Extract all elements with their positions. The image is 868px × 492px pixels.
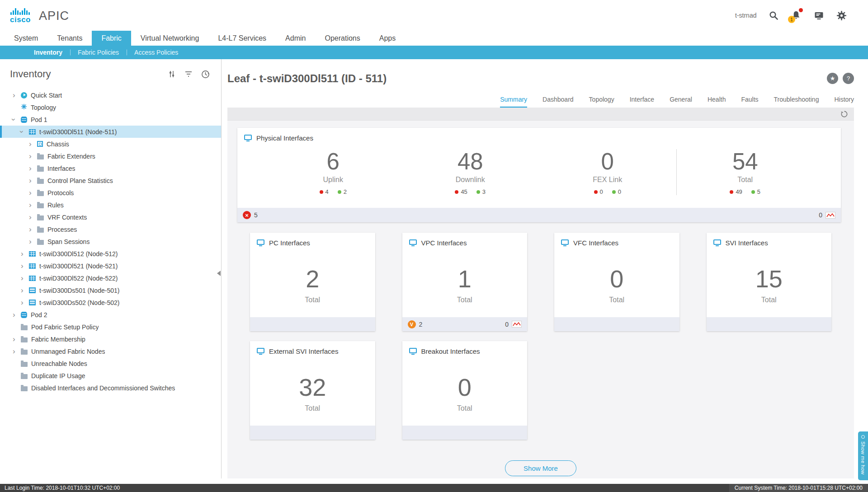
display-options-button[interactable] bbox=[167, 69, 177, 79]
chevron-right-icon[interactable] bbox=[29, 164, 37, 172]
traffic-chart-icon[interactable] bbox=[512, 321, 522, 328]
stat-value: 6 bbox=[264, 149, 402, 174]
card-footer-strip bbox=[250, 317, 375, 331]
filter-icon bbox=[184, 70, 193, 79]
card-label: Total bbox=[761, 296, 777, 304]
chevron-right-icon[interactable] bbox=[29, 225, 37, 233]
vpc-warning-icon[interactable] bbox=[408, 320, 416, 328]
tree-item-processes[interactable]: Processes bbox=[0, 223, 221, 235]
chevron-right-icon[interactable] bbox=[13, 335, 21, 343]
card-body: 0 Total bbox=[554, 253, 679, 317]
chevron-right-icon[interactable] bbox=[29, 238, 37, 245]
svi-interfaces-card: SVI Interfaces 15 Total bbox=[707, 233, 832, 331]
show-more-button[interactable]: Show More bbox=[505, 460, 576, 476]
tree-item-node-522[interactable]: t-swiD300Dl522 (Node-522) bbox=[0, 272, 221, 284]
refresh-button[interactable] bbox=[840, 109, 849, 118]
search-button[interactable] bbox=[768, 9, 779, 21]
chevron-right-icon[interactable] bbox=[13, 311, 21, 319]
tree-item-unreachable-nodes[interactable]: Unreachable Nodes bbox=[0, 357, 221, 370]
critical-fault-icon[interactable] bbox=[243, 211, 251, 219]
tree-item-node-501[interactable]: t-swiD300Ds501 (Node-501) bbox=[0, 284, 221, 296]
nav-tab-admin[interactable]: Admin bbox=[276, 31, 315, 46]
tree-item-pod-2[interactable]: Pod 2 bbox=[0, 309, 221, 321]
chevron-right-icon[interactable] bbox=[21, 274, 29, 282]
tree-item-node-502[interactable]: t-swiD300Ds502 (Node-502) bbox=[0, 296, 221, 309]
tree-item-node-511[interactable]: t-swiD300Dl511 (Node-511) bbox=[0, 126, 221, 138]
tree-item-vrf-contexts[interactable]: VRF Contexts bbox=[0, 211, 221, 223]
settings-button[interactable] bbox=[835, 9, 847, 21]
show-me-how-tab[interactable]: Show me how bbox=[858, 431, 868, 480]
tree-item-node-512[interactable]: t-swiD300Dl512 (Node-512) bbox=[0, 248, 221, 260]
chevron-right-icon[interactable] bbox=[13, 91, 21, 99]
tab-troubleshooting[interactable]: Troubleshooting bbox=[774, 96, 819, 108]
nav-tab-virtual-networking[interactable]: Virtual Networking bbox=[131, 31, 209, 46]
card-label: Total bbox=[457, 404, 472, 412]
tab-history[interactable]: History bbox=[834, 96, 854, 108]
chevron-right-icon[interactable] bbox=[21, 262, 29, 270]
filter-button[interactable] bbox=[184, 69, 193, 79]
chevron-right-icon[interactable] bbox=[13, 347, 21, 355]
nav-tab-operations[interactable]: Operations bbox=[315, 31, 369, 46]
chevron-right-icon[interactable] bbox=[29, 201, 37, 209]
card-body: 2 Total bbox=[250, 253, 375, 317]
tree-item-node-521[interactable]: t-swiD300Dl521 (Node-521) bbox=[0, 260, 221, 272]
screen-icon bbox=[813, 10, 825, 21]
folder-icon bbox=[37, 167, 44, 172]
subnav-fabric-policies[interactable]: Fabric Policies bbox=[70, 49, 127, 56]
tab-faults[interactable]: Faults bbox=[741, 96, 758, 108]
tree-item-topology[interactable]: Topology bbox=[0, 101, 221, 113]
chevron-down-icon[interactable] bbox=[21, 128, 29, 136]
up-count: 5 bbox=[757, 188, 760, 195]
tree-item-fabric-extenders[interactable]: Fabric Extenders bbox=[0, 150, 221, 162]
chevron-right-icon[interactable] bbox=[29, 152, 37, 160]
tab-general[interactable]: General bbox=[670, 96, 692, 108]
monitor-icon bbox=[257, 239, 264, 245]
chevron-right-icon[interactable] bbox=[29, 213, 37, 221]
tree-item-fabric-membership[interactable]: Fabric Membership bbox=[0, 333, 221, 345]
chevron-right-icon[interactable] bbox=[29, 140, 37, 148]
tab-health[interactable]: Health bbox=[708, 96, 726, 108]
help-icon[interactable]: ? bbox=[843, 73, 854, 84]
nav-tab-fabric[interactable]: Fabric bbox=[92, 31, 131, 46]
nav-tab-apps[interactable]: Apps bbox=[370, 31, 405, 46]
sidebar-collapse-handle[interactable] bbox=[214, 271, 221, 276]
tree-item-disabled-interfaces[interactable]: Disabled Interfaces and Decommissioned S… bbox=[0, 382, 221, 394]
nav-tab-tenants[interactable]: Tenants bbox=[47, 31, 92, 46]
tree-item-control-plane-statistics[interactable]: Control Plane Statistics bbox=[0, 174, 221, 187]
subnav-inventory[interactable]: Inventory bbox=[26, 49, 70, 56]
tab-dashboard[interactable]: Dashboard bbox=[542, 96, 574, 108]
leaf-switch-icon bbox=[29, 276, 36, 281]
tab-interface[interactable]: Interface bbox=[630, 96, 654, 108]
tree-item-span-sessions[interactable]: Span Sessions bbox=[0, 235, 221, 248]
chevron-down-icon[interactable] bbox=[13, 116, 21, 123]
nav-tab-l4-l7-services[interactable]: L4-L7 Services bbox=[208, 31, 276, 46]
chevron-right-icon[interactable] bbox=[21, 286, 29, 294]
folder-icon bbox=[21, 374, 28, 379]
chevron-right-icon[interactable] bbox=[29, 177, 37, 184]
tree-item-protocols[interactable]: Protocols bbox=[0, 187, 221, 199]
favorite-star-icon[interactable]: ★ bbox=[827, 73, 838, 84]
tree-item-rules[interactable]: Rules bbox=[0, 199, 221, 211]
tab-topology[interactable]: Topology bbox=[589, 96, 614, 108]
chevron-right-icon[interactable] bbox=[21, 299, 29, 306]
tree-item-pod-fabric-setup-policy[interactable]: Pod Fabric Setup Policy bbox=[0, 321, 221, 333]
tree-item-pod-1[interactable]: Pod 1 bbox=[0, 113, 221, 126]
tree-item-quick-start[interactable]: Quick Start bbox=[0, 89, 221, 101]
tab-summary[interactable]: Summary bbox=[500, 96, 527, 108]
username[interactable]: t-strnad bbox=[735, 11, 757, 20]
tree-item-chassis[interactable]: Chassis bbox=[0, 138, 221, 150]
traffic-chart-icon[interactable] bbox=[826, 212, 835, 219]
nav-tab-system[interactable]: System bbox=[5, 31, 47, 46]
down-dot-icon bbox=[455, 190, 458, 194]
subnav-access-policies[interactable]: Access Policies bbox=[127, 49, 186, 56]
tree-item-label: Duplicate IP Usage bbox=[31, 372, 85, 380]
tree-item-interfaces[interactable]: Interfaces bbox=[0, 162, 221, 174]
chevron-right-icon[interactable] bbox=[29, 189, 37, 197]
tree-item-unmanaged-fabric-nodes[interactable]: Unmanaged Fabric Nodes bbox=[0, 345, 221, 357]
feedback-button[interactable] bbox=[813, 9, 825, 21]
scheduled-refresh-button[interactable] bbox=[200, 69, 210, 79]
chevron-right-icon[interactable] bbox=[21, 250, 29, 258]
notifications-button[interactable]: 1 bbox=[790, 9, 802, 21]
tree-item-duplicate-ip-usage[interactable]: Duplicate IP Usage bbox=[0, 370, 221, 382]
tree-item-label: Disabled Interfaces and Decommissioned S… bbox=[31, 384, 175, 392]
